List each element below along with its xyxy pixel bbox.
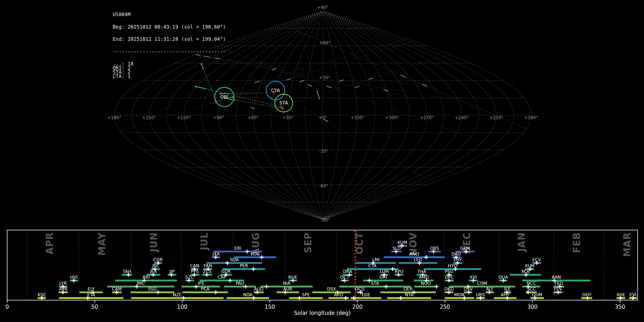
- sporadic-trail-extension: [200, 0, 606, 163]
- shower-activity-bar-NTA: [387, 297, 431, 299]
- shower-activity-bar-NDA: [226, 297, 269, 299]
- shower-code-label-SPE: SPE: [302, 292, 310, 297]
- shower-code-label-DSV: DSV: [464, 287, 473, 292]
- meteor-start-dot: [195, 86, 196, 87]
- meteor-track: [195, 87, 206, 89]
- shower-code-label-MON: MON: [454, 292, 465, 297]
- shower-activity-bar-PCA: [182, 292, 228, 293]
- shower-code-label-OCU: OCU: [355, 287, 365, 292]
- shower-peak-marker-PAU: [244, 285, 248, 289]
- month-label: SEP: [303, 232, 313, 253]
- shower-code-label-CAP: CAP: [218, 275, 226, 280]
- shower-code-label-QUA: QUA: [498, 275, 508, 280]
- shower-code-label-KCG: KCG: [251, 252, 260, 257]
- shower-code-label-SLD: SLD: [392, 246, 401, 251]
- shower-code-label-XHE: XHE: [616, 292, 625, 297]
- shower-code-label-SZC: SZC: [185, 275, 194, 280]
- latitude-label: -90°: [321, 218, 330, 223]
- x-axis-tick-label: 100: [177, 304, 187, 310]
- shower-code-label-GDR: GDR: [221, 269, 231, 274]
- month-label: JAN: [516, 232, 527, 253]
- x-axis-tick-label: 200: [352, 304, 363, 310]
- shower-code-label-GEM: GEM: [460, 246, 470, 251]
- shower-code-label-KUM: KUM: [397, 240, 407, 245]
- shower-code-label-HVI: HVI: [70, 275, 78, 280]
- shower-code-label-TAH: TAH: [122, 269, 131, 274]
- shower-peak-marker-ERI: [245, 250, 249, 254]
- latitude-label: -60°: [319, 184, 328, 189]
- shower-code-label-COR: COR: [153, 257, 163, 262]
- shower-code-label-NZC: NZC: [173, 292, 182, 297]
- shower-code-label-ZCS: ZCS: [203, 269, 211, 274]
- sporadic-trail-extension: [0, 13, 453, 100]
- shower-activity-bar-DSX: [312, 292, 351, 293]
- x-axis-tick-label: 0: [5, 304, 9, 310]
- shower-code-label-PAU: PAU: [236, 281, 244, 286]
- month-label: JUL: [199, 232, 210, 251]
- longitude-label: +270°: [420, 115, 434, 120]
- shower-code-label-AUR: AUR: [283, 287, 292, 292]
- shower-code-label-DKD: DKD: [444, 287, 454, 292]
- longitude-label: +60°: [248, 115, 259, 120]
- sporadic-meteor-track: [326, 86, 331, 88]
- shower-code-label-FAN: FAN: [204, 263, 212, 268]
- shower-peak-marker-ARD: [344, 296, 348, 300]
- shower-code-label-PER: PER: [240, 263, 248, 268]
- shower-activity-bar-SPE: [289, 297, 323, 299]
- longitude-label: +150°: [142, 115, 156, 120]
- shower-code-label-NTA: NTA: [405, 292, 414, 297]
- shower-activity-bar-STA: [339, 286, 411, 288]
- longitude-label: +90°: [213, 115, 224, 120]
- shower-peak-marker-NZC: [181, 296, 185, 300]
- shower-code-label-XVI: XVI: [470, 275, 477, 280]
- sporadic-meteor-track: [369, 78, 373, 79]
- shower-activity-timeline: APRMAYJUNJULAUGSEPOCTNOVDECJANFEBMARKUME…: [5, 230, 638, 316]
- month-label: MAY: [97, 232, 107, 256]
- sporadic-meteor-track: [300, 80, 304, 82]
- shower-code-label-AUD: AUD: [254, 287, 263, 292]
- shower-code-label-ELY: ELY: [88, 287, 95, 292]
- sky-map-and-timeline-plot: ORICTASTA+180°+150°+120°+90°+60°+30°+0°+…: [0, 0, 644, 322]
- shower-code-label-SCC: SCC: [527, 287, 536, 292]
- observation-info-panel: US004M Beg: 20251012 00:43:19 (sol = 198…: [113, 4, 226, 74]
- longitude-label: +330°: [351, 115, 365, 120]
- shower-code-label-DAD: DAD: [452, 252, 461, 257]
- shower-radiants: ORICTASTA: [215, 81, 293, 112]
- shower-peak-marker-EGE: [352, 296, 356, 300]
- latitude-label: +60°: [319, 40, 330, 45]
- separator-line: --------------------------------------: [113, 50, 226, 54]
- shower-peak-marker-STA: [384, 285, 388, 289]
- shower-code-label-JIP: JIP: [169, 269, 175, 274]
- sporadic-trail-extension: [222, 0, 628, 172]
- shower-code-label-ARI: ARI: [142, 275, 150, 280]
- radiant-label-STA: STA: [279, 100, 288, 106]
- shower-code-label-NCC: NCC: [527, 281, 536, 286]
- count-line: CTA: 1: [113, 74, 226, 79]
- shower-code-label-OHY: OHY: [582, 292, 591, 297]
- shower-code-label-ERI: ERI: [234, 246, 241, 251]
- latitude-label: +90°: [317, 5, 328, 10]
- latitude-label: +30°: [319, 75, 330, 80]
- shower-code-label-NIA: NIA: [283, 281, 291, 286]
- shower-activity-bar-GUM: [531, 297, 544, 299]
- end-time-line: End: 20251012 11:31:28 (sol = 199.04°): [113, 37, 226, 42]
- month-label: FEB: [571, 232, 582, 253]
- radiant-label-CTA: CTA: [271, 88, 280, 93]
- shower-code-label-PSU: PSU: [445, 269, 454, 274]
- sporadic-meteor-track: [401, 75, 406, 77]
- latitude-label: -30°: [319, 149, 328, 154]
- shower-code-label-DRA: DRA: [343, 269, 352, 274]
- longitude-label: +30°: [282, 115, 293, 120]
- shower-code-label-ALY: ALY: [486, 287, 493, 292]
- month-label: MAR: [622, 232, 633, 257]
- shower-peak-marker-KCG: [260, 255, 264, 259]
- shower-activity-bar-SSG: [131, 292, 174, 293]
- shower-code-label-NDA: NDA: [243, 292, 253, 297]
- shower-peak-marker-SPE: [297, 296, 301, 300]
- x-axis-tick-label: 300: [527, 304, 538, 310]
- month-label: APR: [44, 232, 55, 254]
- shower-code-label-JEA: JEA: [150, 269, 157, 274]
- shower-code-label-LEO: LEO: [414, 257, 423, 262]
- shower-code-label-ETA: ETA: [87, 292, 96, 297]
- shower-peak-marker-PCA: [214, 291, 218, 294]
